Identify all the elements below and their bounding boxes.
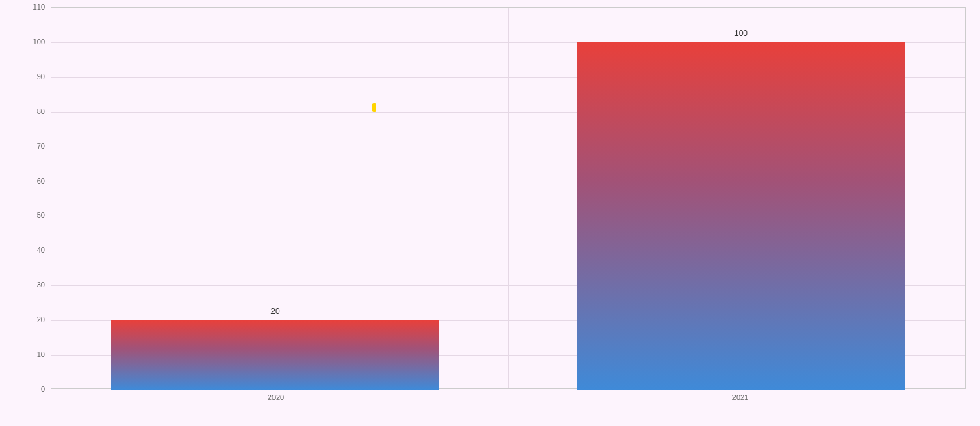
y-tick-100: 100 xyxy=(18,38,45,46)
y-tick-50: 50 xyxy=(18,211,45,219)
y-tick-40: 40 xyxy=(18,246,45,254)
bar-2020 xyxy=(111,320,439,390)
marker-icon xyxy=(372,103,376,112)
y-tick-30: 30 xyxy=(18,281,45,289)
y-tick-70: 70 xyxy=(18,142,45,150)
chart-container: 0 10 20 30 40 50 60 70 80 90 100 110 20 … xyxy=(23,7,967,403)
y-tick-90: 90 xyxy=(18,72,45,81)
y-tick-0: 0 xyxy=(18,385,45,393)
x-tick-2021: 2021 xyxy=(732,393,748,401)
bar-label-2021: 100 xyxy=(734,29,748,38)
bar-2021 xyxy=(577,42,905,390)
x-tick-2020: 2020 xyxy=(268,393,284,401)
y-tick-10: 10 xyxy=(18,350,45,358)
y-tick-110: 110 xyxy=(18,3,45,11)
y-tick-80: 80 xyxy=(18,107,45,115)
y-tick-60: 60 xyxy=(18,177,45,185)
grid-v xyxy=(508,8,509,388)
bar-label-2020: 20 xyxy=(270,307,279,316)
y-tick-20: 20 xyxy=(18,315,45,324)
plot-area: 20 100 xyxy=(51,7,966,389)
